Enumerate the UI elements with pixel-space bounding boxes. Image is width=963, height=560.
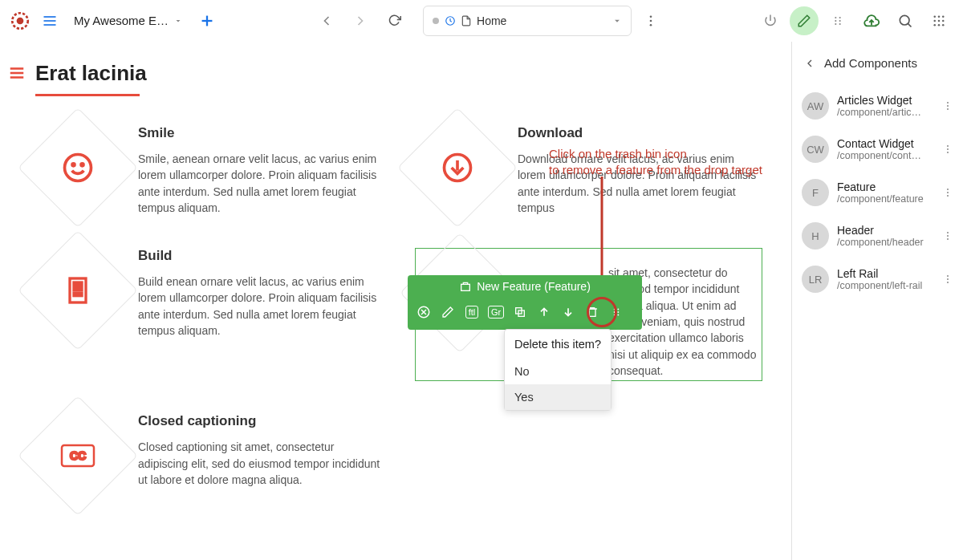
add-site-button[interactable] xyxy=(193,6,221,35)
delete-no-option[interactable]: No xyxy=(505,359,611,384)
component-item[interactable]: CW Contact Widget /component/cont… xyxy=(792,128,963,171)
svg-point-9 xyxy=(650,15,652,18)
delete-question: Delete this item? xyxy=(505,330,611,359)
annotation-line: to remove a feature from the drop target xyxy=(549,162,762,178)
chevron-down-icon[interactable] xyxy=(612,15,623,26)
feature-text: Build enean ornare velit lacus, ac variu… xyxy=(138,274,383,339)
drag-handle-button[interactable] xyxy=(605,301,628,323)
component-name: Contact Widget xyxy=(837,137,934,150)
gr-button[interactable]: Gr xyxy=(485,301,507,323)
component-name: Left Rail xyxy=(837,267,934,280)
download-icon xyxy=(439,149,476,186)
menu-icon[interactable] xyxy=(35,6,64,35)
component-more-button[interactable] xyxy=(942,230,953,241)
edit-mode-button[interactable] xyxy=(790,6,819,35)
svg-rect-41 xyxy=(79,288,82,290)
component-path: /component/artic… xyxy=(837,107,934,118)
feature-title: Build xyxy=(138,248,383,264)
component-more-button[interactable] xyxy=(942,187,953,198)
apps-grid-button[interactable] xyxy=(924,6,953,35)
url-field[interactable]: Home xyxy=(423,6,632,36)
feature-text: Smile, aenean ornare velit lacus, ac var… xyxy=(138,151,383,216)
component-edit-toolbar: New Feature (Feature) ftl Gr xyxy=(408,275,642,330)
svg-point-16 xyxy=(839,16,841,18)
delete-yes-option[interactable]: Yes xyxy=(505,384,611,410)
svg-line-20 xyxy=(908,23,911,26)
svg-rect-38 xyxy=(74,282,76,285)
copy-button[interactable] xyxy=(509,301,531,323)
search-button[interactable] xyxy=(891,6,920,35)
component-avatar: AW xyxy=(802,92,829,120)
component-item[interactable]: F Feature /component/feature xyxy=(792,171,963,214)
component-more-button[interactable] xyxy=(942,144,953,155)
svg-point-59 xyxy=(614,314,616,316)
delete-button[interactable] xyxy=(581,301,603,323)
svg-point-73 xyxy=(947,235,949,237)
svg-point-15 xyxy=(835,22,836,24)
drag-handle-icon[interactable] xyxy=(823,6,852,35)
reload-button[interactable] xyxy=(380,6,408,35)
svg-point-1 xyxy=(17,17,24,24)
svg-point-70 xyxy=(947,192,949,193)
svg-point-35 xyxy=(81,164,83,166)
smile-icon xyxy=(59,149,96,186)
svg-point-67 xyxy=(947,148,949,150)
chevron-left-icon[interactable] xyxy=(803,57,816,70)
back-button[interactable] xyxy=(312,6,341,35)
svg-point-65 xyxy=(947,108,949,110)
svg-point-25 xyxy=(938,19,941,22)
svg-point-17 xyxy=(839,19,841,21)
component-avatar: LR xyxy=(802,266,829,293)
feature-title: Closed captioning xyxy=(138,413,383,429)
component-avatar: F xyxy=(802,179,829,206)
svg-point-7 xyxy=(433,18,439,24)
move-up-button[interactable] xyxy=(533,301,555,323)
svg-point-19 xyxy=(900,15,909,25)
power-button[interactable] xyxy=(756,6,785,35)
svg-point-77 xyxy=(947,282,949,283)
svg-point-18 xyxy=(839,22,841,24)
svg-point-11 xyxy=(650,23,652,26)
svg-point-66 xyxy=(947,145,949,147)
component-more-button[interactable] xyxy=(942,100,953,112)
component-item[interactable]: H Header /component/header xyxy=(792,214,963,258)
feature-smile[interactable]: Smile Smile, aenean ornare velit lacus, … xyxy=(35,125,383,216)
svg-point-68 xyxy=(947,152,949,153)
svg-point-29 xyxy=(942,23,945,26)
component-name: Articles Widget xyxy=(837,94,934,107)
feature-build[interactable]: Build Build enean ornare velit lacus, ac… xyxy=(35,248,383,381)
top-toolbar: My Awesome E… Home xyxy=(0,0,963,42)
svg-point-71 xyxy=(947,195,949,197)
svg-point-61 xyxy=(617,311,619,313)
close-edit-button[interactable] xyxy=(412,301,435,323)
annotation-line: Click on the trash bin icon xyxy=(549,146,762,162)
delete-confirm-popup: Delete this item? No Yes xyxy=(504,329,612,411)
page-title: Erat lacinia xyxy=(35,61,762,86)
page-icon xyxy=(461,15,472,26)
component-more-button[interactable] xyxy=(942,274,953,285)
feature-title: Smile xyxy=(138,125,383,141)
component-item[interactable]: AW Articles Widget /component/artic… xyxy=(792,84,963,128)
site-picker[interactable]: My Awesome E… xyxy=(69,14,188,27)
ftl-button[interactable]: ftl xyxy=(461,301,483,323)
svg-point-10 xyxy=(650,19,652,22)
component-icon xyxy=(459,280,472,293)
sidebar-toggle-icon[interactable] xyxy=(8,64,26,82)
component-path: /component/header xyxy=(837,237,934,248)
svg-rect-42 xyxy=(74,294,76,296)
svg-point-28 xyxy=(938,23,941,26)
svg-point-14 xyxy=(835,19,836,21)
cloud-publish-button[interactable] xyxy=(857,6,886,35)
edit-button[interactable] xyxy=(437,301,459,323)
component-item[interactable]: LR Left Rail /component/left-rail xyxy=(792,258,963,301)
move-down-button[interactable] xyxy=(557,301,579,323)
svg-point-62 xyxy=(617,314,619,316)
more-menu-button[interactable] xyxy=(636,6,665,35)
feature-cc[interactable]: CC Closed captioning Closed captioning s… xyxy=(35,413,383,498)
svg-point-60 xyxy=(617,309,619,310)
app-logo xyxy=(10,10,30,31)
svg-point-33 xyxy=(65,155,91,181)
feature-text: Closed captioning sit amet, consectetur … xyxy=(138,439,383,488)
svg-point-76 xyxy=(947,278,949,280)
forward-button[interactable] xyxy=(346,6,375,35)
